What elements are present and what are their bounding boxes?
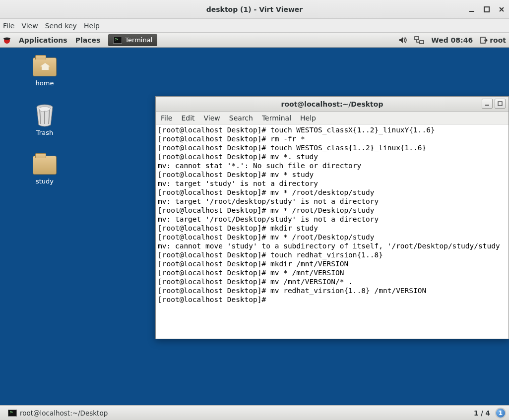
terminal-menu-view[interactable]: View [204,114,220,122]
trash-icon [34,103,56,127]
svg-rect-1 [484,7,489,12]
user-label: root [490,36,506,44]
svg-rect-0 [469,11,474,12]
vv-menu-help[interactable]: Help [84,22,100,30]
taskbar-terminal-button[interactable]: Terminal [108,34,157,46]
svg-rect-8 [485,105,489,106]
taskbar-terminal-label: Terminal [125,36,152,44]
applications-menu[interactable]: Applications [19,36,67,44]
terminal-maximize-button[interactable] [495,99,506,109]
close-button[interactable] [498,6,505,13]
terminal-titlebar[interactable]: root@localhost:~/Desktop [156,97,509,112]
folder-icon [33,156,57,175]
desktop-icon-home[interactable]: home [25,58,64,87]
distro-icon [3,36,11,44]
terminal-icon [8,410,17,417]
desktop-icon-study[interactable]: study [25,156,64,185]
terminal-menu-search[interactable]: Search [229,114,253,122]
volume-icon[interactable] [398,36,407,44]
terminal-title: root@localhost:~/Desktop [156,100,509,108]
terminal-menu-terminal[interactable]: Terminal [262,114,291,122]
terminal-menu-edit[interactable]: Edit [181,114,194,122]
workspace-badge[interactable]: 1 [495,408,506,419]
terminal-menubar: File Edit View Search Terminal Help [156,112,509,124]
vv-menu-file[interactable]: File [3,22,14,30]
taskbar-item-terminal[interactable]: root@localhost:~/Desktop [3,408,113,418]
svg-point-3 [3,37,10,40]
virt-viewer-titlebar[interactable]: desktop (1) - Virt Viewer [0,0,509,19]
network-icon[interactable] [414,36,424,44]
gnome-top-panel: Applications Places Terminal Wed 08:46 r… [0,33,509,48]
desktop-icon-study-label: study [25,178,64,185]
svg-rect-4 [415,37,419,40]
vv-menu-view[interactable]: View [21,22,38,30]
terminal-icon [113,37,122,44]
virt-viewer-title: desktop (1) - Virt Viewer [0,5,509,13]
terminal-window[interactable]: root@localhost:~/Desktop File Edit View … [155,96,509,339]
user-menu[interactable]: root [480,36,506,44]
desktop-icon-trash-label: Trash [25,129,64,136]
virt-viewer-menubar: File View Send key Help [0,19,509,33]
vv-menu-sendkey[interactable]: Send key [45,22,77,30]
maximize-button[interactable] [483,6,490,13]
svg-rect-5 [420,41,424,44]
gnome-bottom-panel: root@localhost:~/Desktop 1 / 4 1 [0,405,509,420]
terminal-menu-help[interactable]: Help [300,114,316,122]
logout-icon [480,36,488,44]
desktop-icon-trash[interactable]: Trash [25,103,64,136]
clock[interactable]: Wed 08:46 [431,36,473,44]
workspace-indicator[interactable]: 1 / 4 [474,409,490,417]
minimize-button[interactable] [468,6,475,13]
taskbar-item-terminal-label: root@localhost:~/Desktop [20,409,108,417]
guest-desktop: Applications Places Terminal Wed 08:46 r… [0,33,509,420]
svg-rect-9 [498,102,502,106]
desktop-icon-home-label: home [25,79,64,87]
terminal-minimize-button[interactable] [482,99,493,109]
folder-icon [33,58,57,76]
places-menu[interactable]: Places [75,36,101,44]
terminal-menu-file[interactable]: File [161,114,172,122]
terminal-body[interactable]: [root@localhost Desktop]# touch WESTOS_c… [156,124,509,339]
